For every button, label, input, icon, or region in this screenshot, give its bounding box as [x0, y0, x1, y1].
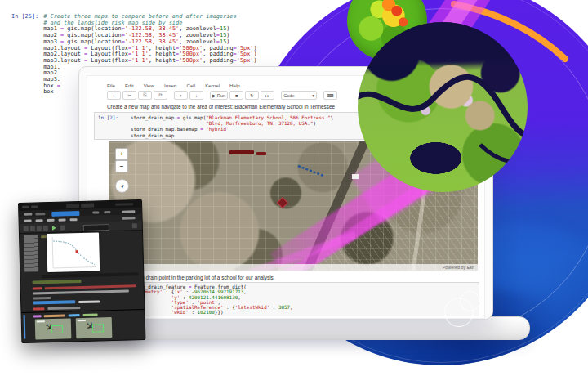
- learning-rate-curve: [47, 232, 100, 272]
- menu-help[interactable]: Help: [229, 83, 240, 88]
- menu-file[interactable]: File: [107, 83, 115, 88]
- code-token-bar: [44, 315, 65, 317]
- log-text-bar: [33, 307, 44, 310]
- ribbon-tab[interactable]: [66, 204, 79, 208]
- locate-icon[interactable]: ➤: [115, 179, 129, 193]
- stop-icon[interactable]: [60, 226, 65, 231]
- river-path: [358, 22, 528, 192]
- zoom-out-button[interactable]: −: [115, 160, 128, 172]
- run-icon[interactable]: [52, 226, 56, 231]
- add-cell-icon[interactable]: +: [107, 91, 121, 100]
- stop-icon[interactable]: ■: [229, 91, 243, 100]
- code-token-bar: [69, 314, 80, 316]
- thumbnail-label: [78, 320, 86, 321]
- loss-curve-chart: [47, 232, 100, 272]
- cell-prompt: In [25]:: [11, 14, 38, 96]
- tab-label[interactable]: [92, 211, 99, 213]
- menu-cell[interactable]: Cell: [186, 83, 195, 88]
- restart-kernel-icon[interactable]: ↻: [245, 91, 259, 100]
- titlebar-control[interactable]: [22, 206, 29, 208]
- cell-prompt: In [2]:: [98, 115, 118, 120]
- tab-label[interactable]: [24, 213, 32, 216]
- log-text-bar: [33, 289, 129, 294]
- log-text-bar: [33, 297, 51, 299]
- aerial-thumbnail: ✈: [76, 317, 113, 338]
- zoom-in-button[interactable]: +: [115, 148, 128, 160]
- scroll-gutter[interactable]: [24, 235, 38, 271]
- optimal-lr-marker: [76, 250, 78, 253]
- move-down-icon[interactable]: ↓: [189, 91, 203, 100]
- menu-item[interactable]: [70, 218, 78, 221]
- move-up-icon[interactable]: ↑: [174, 91, 188, 100]
- map-road-label: [229, 150, 254, 154]
- tab-label[interactable]: [35, 213, 45, 215]
- copy-icon[interactable]: ⎘: [138, 91, 152, 100]
- kernel-status: [122, 217, 136, 219]
- tab-label[interactable]: [122, 210, 135, 213]
- code-cell-2[interactable]: storm_drain_feature = Feature.from_dict(…: [94, 282, 479, 316]
- cell-type-dropdown[interactable]: Code ▾: [281, 91, 317, 100]
- progress-text-bar: [78, 300, 100, 302]
- map-road-label: [256, 152, 266, 155]
- location-arrow-icon: ➤: [118, 182, 127, 190]
- menu-kernel[interactable]: Kernel: [205, 83, 220, 88]
- log-text-bar: [47, 307, 80, 310]
- hero-composition: { "colors": { "accent_purple": "#5b1fe9"…: [0, 0, 588, 376]
- map-attribution: Powered by Esri: [109, 264, 478, 271]
- desktop-app-window: ✈ ✈: [18, 199, 145, 343]
- toolbar-icon[interactable]: [24, 226, 29, 231]
- menu-item[interactable]: [24, 220, 32, 222]
- warning-label: [33, 287, 42, 289]
- cell-type-dropdown[interactable]: [83, 224, 109, 231]
- markdown-cell-1[interactable]: Create a new map and navigate to the are…: [107, 104, 335, 110]
- keyboard-icon[interactable]: ⌨: [323, 91, 337, 100]
- code-lines[interactable]: storm_drain_feature = Feature.from_dict(…: [131, 284, 293, 316]
- code-token-bar: [83, 313, 98, 316]
- progress-bar: [33, 300, 75, 304]
- cut-icon[interactable]: ✂: [122, 91, 136, 100]
- detection-box: [92, 324, 104, 332]
- menu-item[interactable]: [47, 219, 55, 222]
- code-lines[interactable]: storm_drain_map = gis.map("Blackman Elem…: [131, 115, 333, 139]
- epoch-progress-bar: [33, 280, 82, 284]
- notebook-menubar: File Edit View Insert Cell Kernel Help: [107, 83, 240, 88]
- ribbon-tab[interactable]: [81, 204, 94, 208]
- menu-item[interactable]: [36, 219, 43, 222]
- run-button[interactable]: ▶ Run: [210, 91, 228, 100]
- aerial-thumbnail: ✈: [35, 318, 72, 339]
- window-title: [115, 203, 133, 206]
- satellite-circle-image: [358, 22, 528, 192]
- warning-text-bar: [45, 284, 136, 289]
- code-token-bar: [33, 315, 42, 317]
- toolbar-icon[interactable]: [43, 226, 48, 231]
- output-status-bar: [42, 272, 138, 278]
- cell-type-value: Code: [283, 93, 294, 98]
- chevron-down-icon: ▾: [312, 93, 314, 98]
- selected-cell-indicator: [24, 315, 26, 339]
- toolbar-icon[interactable]: [30, 226, 35, 231]
- toolbar-icon[interactable]: [132, 223, 137, 228]
- tab-label[interactable]: [104, 211, 110, 213]
- restart-run-all-icon[interactable]: ▸▸: [261, 91, 274, 100]
- menu-edit[interactable]: Edit: [125, 83, 134, 88]
- notebook-toolbar: + ✂ ⎘ ⧉ ↑ ↓ ▶ Run ■ ↻ ▸▸ Code ▾ ⌨: [107, 91, 337, 100]
- menu-insert[interactable]: Insert: [164, 83, 176, 88]
- menu-item[interactable]: [59, 218, 66, 221]
- detection-box: [51, 325, 63, 333]
- menu-view[interactable]: View: [144, 83, 154, 88]
- toolbar-icon[interactable]: [37, 226, 42, 231]
- decor-small-circle: [460, 291, 480, 311]
- titlebar-control[interactable]: [31, 205, 38, 208]
- paste-icon[interactable]: ⧉: [154, 91, 167, 100]
- thumbnail-label: [37, 320, 45, 322]
